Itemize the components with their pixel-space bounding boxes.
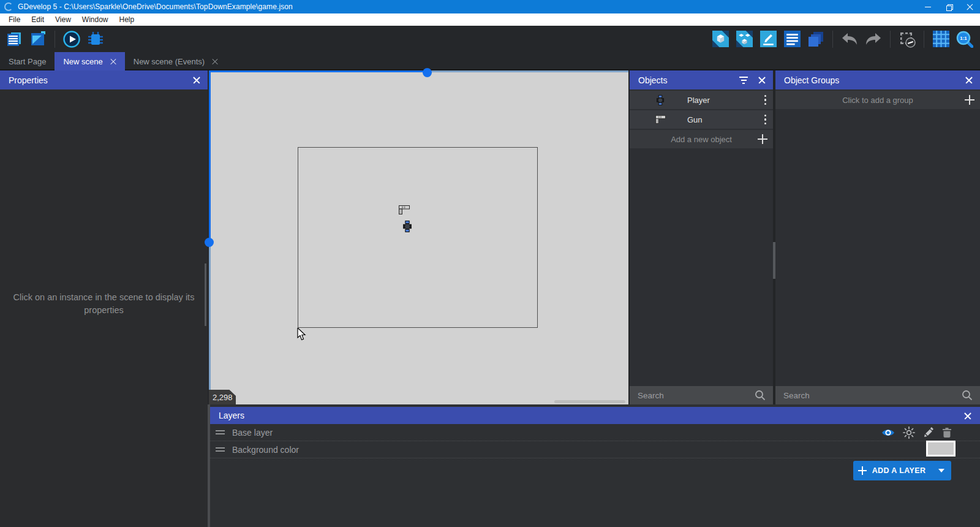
restore-button[interactable] (938, 0, 959, 13)
layer-row-background-color[interactable]: Background color (210, 441, 980, 458)
project-manager-button[interactable] (5, 30, 23, 48)
game-window-bounds (298, 147, 538, 328)
menu-view[interactable]: View (50, 13, 77, 26)
canvas-bottom-scrollbar-thumb[interactable] (554, 400, 625, 403)
player-instance[interactable] (403, 221, 412, 235)
tab-new-scene[interactable]: New scene (55, 52, 124, 70)
layer-visibility-eye-icon[interactable] (881, 428, 895, 438)
zoom-level-badge: 2,298 (209, 390, 236, 404)
zoom-reset-button[interactable]: 1:1 (956, 30, 974, 48)
menu-file[interactable]: File (3, 13, 26, 26)
svg-text:1:1: 1:1 (960, 36, 967, 41)
properties-empty-message: Click on an instance in the scene to dis… (11, 291, 197, 317)
close-objects-icon[interactable] (758, 77, 766, 84)
open-objects-editor-button[interactable] (711, 30, 729, 48)
layer-name: Background color (232, 445, 299, 455)
layer-edit-pencil-icon[interactable] (923, 427, 934, 438)
panel-divider (773, 70, 775, 404)
canvas-vscrollbar[interactable] (209, 70, 211, 240)
redo-button[interactable] (864, 30, 883, 48)
canvas-hscrollbar-thumb[interactable] (423, 68, 432, 77)
tabbar: Start Page New scene New scene (Events) (0, 52, 980, 70)
toggle-grid-button[interactable] (932, 30, 950, 48)
minimize-button[interactable] (918, 0, 938, 13)
scene-canvas[interactable]: 2,298 (209, 70, 628, 404)
object-menu-icon[interactable] (763, 113, 767, 126)
object-row-gun[interactable]: Gun (630, 110, 773, 129)
groups-search-input[interactable] (775, 391, 962, 400)
drag-handle-icon[interactable] (216, 430, 225, 434)
debug-button[interactable] (86, 30, 105, 48)
open-properties-button[interactable] (759, 30, 777, 48)
undo-icon (841, 32, 858, 46)
start-page-button[interactable] (29, 30, 47, 48)
objects-panel: Objects Player (630, 70, 773, 404)
canvas-vscrollbar-thumb[interactable] (205, 238, 214, 247)
play-preview-button[interactable] (62, 30, 81, 48)
drag-handle-icon[interactable] (216, 447, 225, 452)
menu-window[interactable]: Window (77, 13, 114, 26)
panel-scrollbar-thumb[interactable] (773, 242, 775, 279)
gdevelop-window: GDevelop 5 - C:\Users\Sparkle\OneDrive\D… (0, 0, 980, 527)
close-button[interactable] (959, 0, 980, 13)
gun-sprite-icon (399, 205, 410, 214)
open-layers-editor-button[interactable] (807, 30, 825, 48)
play-icon (62, 30, 81, 48)
properties-panel-title: Properties (9, 75, 48, 85)
add-layer-button[interactable]: ADD A LAYER (853, 461, 951, 480)
tab-new-scene-events[interactable]: New scene (Events) (125, 52, 227, 70)
undo-button[interactable] (840, 30, 859, 48)
mouse-cursor-icon (297, 328, 306, 341)
close-properties-icon[interactable] (193, 77, 200, 84)
chevron-down-icon (938, 469, 944, 472)
layer-delete-trash-icon[interactable] (942, 427, 952, 438)
deselect-instances-button[interactable] (898, 30, 916, 48)
object-menu-icon[interactable] (763, 94, 767, 106)
canvas-hscrollbar[interactable] (209, 70, 424, 72)
tab-close-icon[interactable] (110, 58, 116, 64)
search-icon (755, 390, 766, 401)
open-object-groups-button[interactable] (735, 30, 753, 48)
add-layer-label: ADD A LAYER (872, 466, 926, 475)
panel-divider (208, 404, 210, 527)
add-new-object-row[interactable]: Add a new object (630, 130, 773, 148)
toolbar-left-group (5, 30, 105, 48)
filter-icon[interactable] (739, 77, 748, 84)
add-new-object-label: Add a new object (671, 135, 732, 144)
close-layers-icon[interactable] (964, 412, 971, 419)
object-name: Gun (687, 115, 703, 124)
gun-instance[interactable] (399, 205, 410, 217)
layer-effects-icon[interactable] (903, 427, 915, 439)
canvas-vscrollbar[interactable] (209, 240, 211, 404)
properties-scrollbar-thumb[interactable] (205, 264, 206, 326)
start-page-icon (29, 30, 47, 48)
window-title: GDevelop 5 - C:\Users\Sparkle\OneDrive\D… (18, 2, 293, 11)
objects-panel-header: Objects (630, 70, 773, 89)
tab-start-page[interactable]: Start Page (0, 52, 55, 70)
menu-help[interactable]: Help (114, 13, 140, 26)
toolbar: 1:1 (0, 26, 980, 52)
layer-name: Base layer (232, 428, 273, 438)
project-manager-icon (5, 30, 23, 48)
layer-row-base[interactable]: Base layer (210, 424, 980, 441)
object-groups-panel-title: Object Groups (784, 75, 839, 85)
add-layer-dropdown[interactable] (930, 461, 951, 480)
minimize-icon (925, 7, 931, 7)
toolbar-separator (890, 31, 891, 48)
window-controls (918, 0, 980, 13)
menu-edit[interactable]: Edit (26, 13, 50, 26)
toolbar-separator (924, 31, 924, 48)
objects-search-input[interactable] (630, 391, 755, 400)
plus-icon[interactable] (965, 95, 974, 105)
object-groups-panel: Object Groups Click to add a group (775, 70, 980, 404)
object-row-player[interactable]: Player (630, 91, 773, 109)
canvas-hscrollbar[interactable] (424, 70, 628, 72)
tab-close-icon[interactable] (212, 58, 218, 64)
add-group-row[interactable]: Click to add a group (775, 91, 980, 109)
background-color-swatch[interactable] (926, 441, 956, 457)
open-instances-list-button[interactable] (783, 30, 801, 48)
close-object-groups-icon[interactable] (965, 77, 973, 84)
zoom-one-to-one-icon: 1:1 (956, 31, 973, 48)
grid-icon (933, 31, 949, 47)
plus-icon[interactable] (758, 134, 767, 144)
